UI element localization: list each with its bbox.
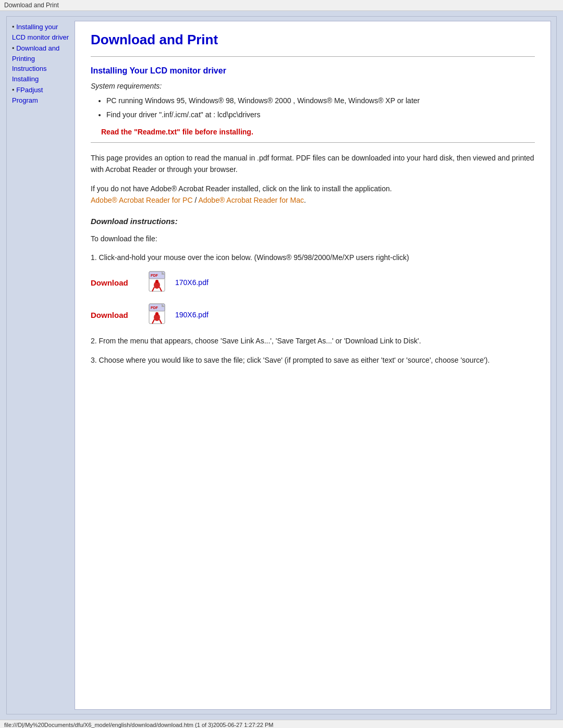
sidebar-link-fpadjust[interactable]: FPadjust Program <box>12 86 43 104</box>
sidebar-link-download[interactable]: Download and Printing Instructions Insta… <box>12 44 59 83</box>
requirement-item-0: PC running Windows 95, Windows® 98, Wind… <box>106 95 535 106</box>
sidebar: Installing your LCD monitor driver Downl… <box>7 17 75 714</box>
status-bar-text: file:///D|/My%20Documents/dfu/X6_model/e… <box>4 722 273 728</box>
pdf-icon-0: PDF <box>148 270 171 294</box>
download-label-0: Download <box>91 278 148 287</box>
sidebar-nav: Installing your LCD monitor driver Downl… <box>11 22 70 105</box>
pdf-link-0[interactable]: 170X6.pdf <box>175 278 209 287</box>
status-bar: file:///D|/My%20Documents/dfu/X6_model/e… <box>0 720 563 728</box>
pdf-link-1[interactable]: 190X6.pdf <box>175 311 209 319</box>
page-title: Download and Print <box>91 32 535 48</box>
svg-text:PDF: PDF <box>151 306 158 310</box>
sidebar-item-download: Download and Printing Instructions Insta… <box>11 43 70 84</box>
intro-paragraph1: This page provides an option to read the… <box>91 152 535 176</box>
download-section: Download instructions: To download the f… <box>91 217 535 366</box>
sidebar-item-installing: Installing your LCD monitor driver <box>11 22 70 42</box>
pdf-icon-1: PDF <box>148 303 171 327</box>
divider-middle <box>91 142 535 143</box>
requirements-list: PC running Windows 95, Windows® 98, Wind… <box>106 95 535 120</box>
intro-paragraph2-text: If you do not have Adobe® Acrobat Reader… <box>91 184 392 193</box>
acrobat-mac-link[interactable]: Adobe® Acrobat Reader for Mac <box>198 196 304 204</box>
download-label-1: Download <box>91 311 148 319</box>
svg-point-7 <box>155 280 158 283</box>
download-item-0: Download PDF <box>91 270 535 294</box>
system-req-label: System requirements: <box>91 82 535 90</box>
section-title: Installing Your LCD monitor driver <box>91 66 535 76</box>
download-instructions-heading: Download instructions: <box>91 217 535 226</box>
intro-paragraph2: If you do not have Adobe® Acrobat Reader… <box>91 183 535 206</box>
readme-notice: Read the "Readme.txt" file before instal… <box>101 128 535 136</box>
requirement-item-1: Find your driver ".inf/.icm/.cat" at : l… <box>106 109 535 120</box>
title-bar-text: Download and Print <box>4 2 59 9</box>
acrobat-pc-link[interactable]: Adobe® Acrobat Reader for PC <box>91 196 193 204</box>
step2-text: 2. From the menu that appears, choose 'S… <box>91 335 535 347</box>
to-download-text: To download the file: <box>91 233 535 244</box>
download-item-1: Download PDF 190X6.pdf <box>91 303 535 327</box>
divider-top <box>91 56 535 57</box>
step1-text: 1. Click-and-hold your mouse over the ic… <box>91 252 535 263</box>
sidebar-item-fpadjust: FPadjust Program <box>11 85 70 105</box>
svg-point-15 <box>155 312 158 315</box>
svg-text:PDF: PDF <box>151 274 158 277</box>
content-area: Download and Print Installing Your LCD m… <box>75 21 551 710</box>
step3-text: 3. Choose where you would like to save t… <box>91 354 535 366</box>
sidebar-link-installing[interactable]: Installing your LCD monitor driver <box>12 23 69 41</box>
title-bar: Download and Print <box>0 0 563 11</box>
acrobat-period: . <box>304 196 306 204</box>
